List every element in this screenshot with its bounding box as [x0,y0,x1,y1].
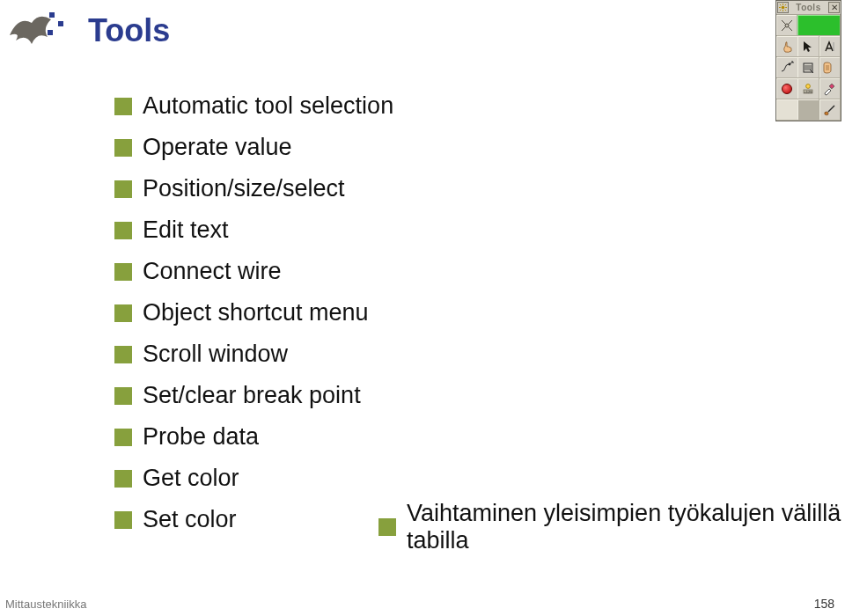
operate-finger-icon[interactable] [776,36,797,57]
bullet-icon [114,180,132,198]
svg-line-27 [828,106,834,112]
arrow-cursor-icon[interactable] [797,36,819,57]
bullet-icon [114,98,132,115]
bullet-icon [114,139,132,157]
bullet-icon [114,304,132,322]
bullet-icon [378,518,396,536]
list-item: Scroll window [114,341,393,368]
svg-rect-2 [48,30,53,35]
list-item-label: Object shortcut menu [143,299,369,326]
list-item: Edit text [114,216,393,244]
svg-line-11 [780,10,781,11]
palette-grid: +129 [776,15,841,121]
bullet-icon [114,346,132,363]
bullet-icon [114,511,132,529]
list-item-label: Probe data [143,423,259,451]
list-item: Position/size/select [114,175,393,202]
list-item: Vaihtaminen yleisimpien työkalujen välil… [378,500,845,554]
palette-menu-icon[interactable] [777,2,789,13]
svg-point-23 [806,84,811,88]
get-color-dropper-icon[interactable] [819,78,841,99]
list-item-label: Get color [143,465,239,492]
color-swatch-a[interactable] [776,99,797,121]
svg-rect-0 [49,12,55,18]
scroll-window-icon[interactable] [819,57,841,78]
svg-rect-1 [58,21,63,26]
svg-line-8 [780,4,781,5]
list-item-label: Scroll window [143,341,288,368]
footer-left-text: Mittaustekniikka [5,598,86,611]
svg-text:+129: +129 [804,89,812,93]
tools-bullet-list: Automatic tool selection Operate value P… [114,92,393,547]
connect-wire-icon[interactable] [776,57,797,78]
note-list: Vaihtaminen yleisimpien työkalujen välil… [378,500,845,554]
list-item: Object shortcut menu [114,299,393,326]
bullet-icon [114,387,132,405]
svg-rect-26 [829,84,834,89]
svg-line-9 [785,10,786,11]
bullet-icon [114,470,132,488]
flame-logo [5,7,69,60]
svg-line-10 [785,4,786,5]
list-item: Connect wire [114,258,393,285]
palette-title: Tools [796,3,820,12]
close-icon[interactable]: ✕ [828,2,840,13]
list-item-label: Set/clear break point [143,382,361,409]
list-item-label: Operate value [143,134,292,161]
list-item: Set/clear break point [114,382,393,409]
edit-text-icon[interactable] [819,36,841,57]
list-item: Operate value [114,134,393,161]
list-item: Automatic tool selection [114,92,393,120]
color-swatch-b[interactable] [797,99,819,121]
probe-data-icon[interactable]: +129 [797,78,819,99]
page-title: Tools [88,12,170,49]
list-item-label: Position/size/select [143,175,345,202]
svg-point-3 [782,6,785,10]
set-color-brush-icon[interactable] [819,99,841,121]
list-item-label: Automatic tool selection [143,92,393,120]
list-item-label: Set color [143,506,237,533]
list-item-label: Connect wire [143,258,282,285]
page-number: 158 [814,597,834,611]
list-item-label: Vaihtaminen yleisimpien työkalujen välil… [407,500,845,554]
automatic-tool-icon[interactable] [776,15,797,36]
list-item: Probe data [114,423,393,451]
palette-titlebar[interactable]: Tools ✕ [776,1,841,15]
svg-point-14 [785,24,789,27]
bullet-icon [114,222,132,239]
list-item-label: Edit text [143,216,229,244]
shortcut-menu-icon[interactable] [797,57,819,78]
breakpoint-icon[interactable] [776,78,797,99]
bullet-icon [114,263,132,281]
green-run-button[interactable] [797,15,841,36]
list-item: Get color [114,465,393,492]
list-item: Set color [114,506,393,533]
tools-palette[interactable]: Tools ✕ +129 [775,0,841,121]
bullet-icon [114,429,132,446]
